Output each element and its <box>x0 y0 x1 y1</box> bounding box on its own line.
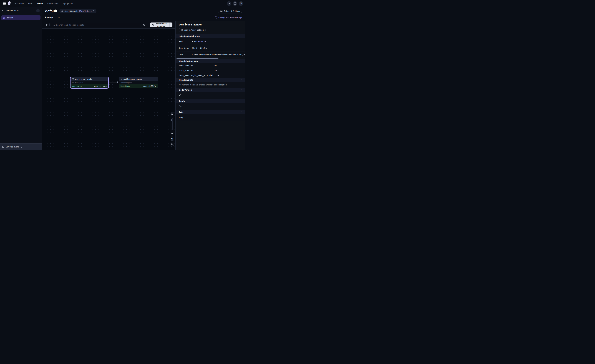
view-global-asset-lineage-link[interactable]: View global asset lineage <box>215 15 242 19</box>
latest-timestamp-row: Timestamp Mar 21, 5:29 PM <box>176 45 245 52</box>
nav-item-deployment[interactable]: Deployment <box>62 2 73 5</box>
section-title: Code Version <box>179 89 192 91</box>
refresh-graph-button[interactable] <box>142 23 146 27</box>
sidebar-group-250321-dvers[interactable]: 250321-dvers 1 <box>0 7 42 14</box>
sidebar-footer-label: 250321-dvers <box>6 146 19 148</box>
tabs-row: Lineage List View global asset lineage <box>42 15 245 21</box>
top-nav: Overview Runs Assets Automation Deployme… <box>0 0 245 7</box>
chevron-down-icon: ▼ <box>241 111 242 113</box>
badge-text: Asset Group in <box>64 10 78 12</box>
search-button[interactable] <box>227 1 231 6</box>
lineage-graph-column: Materialize selected ▾ versioned_numbe <box>42 21 175 150</box>
materialized-status: Materialized <box>72 85 82 87</box>
asset-node-versioned-number[interactable]: versioned_number No description Material… <box>70 77 109 89</box>
nav-item-automation[interactable]: Automation <box>47 2 58 5</box>
settings-button[interactable]: ⚙ <box>239 1 243 6</box>
zoom-in-button[interactable] <box>170 112 174 116</box>
section-title: Type <box>179 111 183 113</box>
section-code-version[interactable]: Code Version ▼ <box>176 88 245 92</box>
zoom-slider-thumb[interactable] <box>171 119 173 121</box>
asset-node-description: No description <box>71 81 108 84</box>
tag-value: true <box>212 74 219 77</box>
metadata-plots-empty-note: No numeric metadata entries available to… <box>179 84 227 86</box>
search-input[interactable] <box>56 24 139 26</box>
section-latest-materialization[interactable]: Latest materialization ▼ <box>176 34 245 38</box>
sidebar: 250321-dvers 1 default 250321-dvers <box>0 7 42 150</box>
tab-lineage[interactable]: Lineage <box>45 15 53 21</box>
canvas-controls: ⚙ <box>170 112 174 146</box>
nav-item-assets[interactable]: Assets <box>36 2 43 5</box>
run-id-link[interactable]: c9a40434 <box>196 40 206 43</box>
path-link[interactable]: /Users/smackesey/stm/code/elementl/exper… <box>192 53 245 56</box>
chevron-down-icon: ▼ <box>241 35 242 37</box>
panel-horizontal-scrollbar[interactable] <box>176 57 245 59</box>
timestamp-key: Timestamp <box>176 45 190 52</box>
refresh-icon[interactable] <box>92 10 95 12</box>
asset-search-box <box>51 23 140 27</box>
materialized-timestamp: Mar 21, 5:29 PM <box>94 85 107 87</box>
lineage-graph-icon <box>215 16 217 19</box>
asset-node-status-bar: Materialized Mar 21, 5:25 PM <box>119 84 158 88</box>
hamburger-menu-icon[interactable] <box>2 1 7 6</box>
caret-down-icon: ▾ <box>170 24 171 26</box>
panel-open-icon <box>46 24 49 26</box>
nav-item-overview[interactable]: Overview <box>15 2 24 5</box>
section-title: Config <box>179 100 185 102</box>
materialize-selected-button[interactable]: Materialize selected <box>150 22 170 27</box>
latest-path-row: path /Users/smackesey/stm/code/elementl/… <box>176 52 245 57</box>
section-materialization-tags[interactable]: Materialization tags ▼ <box>176 59 245 63</box>
open-sidebar-panel-button[interactable] <box>45 23 50 27</box>
sidebar-footer[interactable]: 250321-dvers <box>0 143 42 150</box>
graph-toolbar: Materialize selected ▾ <box>42 21 175 28</box>
tag-key: data_version <box>176 68 212 73</box>
reload-definitions-label: Reload definitions <box>224 10 240 12</box>
materialized-status: Materialized <box>120 85 130 87</box>
tag-key: code_version <box>176 63 212 68</box>
external-link-icon <box>181 29 183 31</box>
tab-list[interactable]: List <box>57 15 60 21</box>
asset-node-name: versioned_number <box>75 78 94 80</box>
zoom-slider[interactable] <box>170 116 174 132</box>
type-value: Any <box>176 114 245 121</box>
path-key: path <box>176 52 190 57</box>
section-config[interactable]: Config ▼ <box>176 99 245 103</box>
lineage-edge-arrow <box>109 80 119 84</box>
tab-lineage-label: Lineage <box>45 16 53 18</box>
zoom-out-button[interactable] <box>170 132 174 135</box>
asset-group-icon <box>3 17 5 19</box>
sparkle-icon <box>152 24 154 26</box>
download-icon <box>171 143 173 145</box>
sidebar-item-label: default <box>7 17 13 19</box>
page-title: default <box>45 9 57 13</box>
graph-settings-button[interactable]: ⚙ <box>170 137 174 140</box>
badge-group-link[interactable]: 250321-dvers <box>79 10 92 12</box>
nav-items: Overview Runs Assets Automation Deployme… <box>15 2 73 5</box>
view-in-asset-catalog-button[interactable]: View in Asset Catalog <box>179 28 206 32</box>
nav-item-runs[interactable]: Runs <box>28 2 33 5</box>
code-version-value: v5 <box>176 92 245 99</box>
materialize-dropdown-button[interactable]: ▾ <box>170 22 172 27</box>
tag-row: code_version v5 <box>176 63 245 68</box>
section-title: Latest materialization <box>179 35 200 37</box>
section-type[interactable]: Type ▼ <box>176 110 245 114</box>
scrollbar-thumb[interactable] <box>176 58 219 59</box>
search-icon <box>228 2 230 5</box>
download-graph-button[interactable] <box>170 142 174 146</box>
asset-node-multiplied-number[interactable]: multiplied_number No description Materia… <box>119 77 158 88</box>
view-global-asset-lineage-label: View global asset lineage <box>218 16 242 19</box>
lineage-canvas[interactable]: versioned_number No description Material… <box>42 28 175 150</box>
reload-definitions-button[interactable]: Reload definitions <box>218 9 242 14</box>
config-value: Any <box>176 103 245 110</box>
gear-icon: ⚙ <box>240 2 242 5</box>
page-header: default Asset Group in 250321-dvers Relo… <box>42 7 245 15</box>
asset-details-title: versioned_number <box>179 23 242 26</box>
section-metadata-plots[interactable]: Metadata plots ▼ <box>176 78 245 82</box>
asset-details-panel: versioned_number View in Asset Catalog L… <box>175 21 245 150</box>
help-button[interactable]: ? <box>233 1 237 6</box>
tag-value: 20 <box>212 69 217 72</box>
run-prefix: Run <box>192 40 196 43</box>
view-in-asset-catalog-label: View in Asset Catalog <box>184 29 204 31</box>
refresh-icon[interactable] <box>20 146 22 148</box>
tab-list-label: List <box>57 16 60 18</box>
sidebar-item-default[interactable]: default <box>1 15 41 20</box>
